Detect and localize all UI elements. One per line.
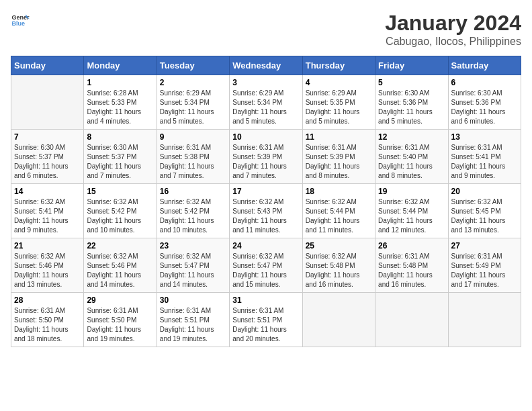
calendar-cell: 26Sunrise: 6:31 AMSunset: 5:48 PMDayligh…: [375, 238, 448, 293]
day-info: Sunrise: 6:32 AMSunset: 5:42 PMDaylight:…: [160, 197, 226, 235]
calendar-cell: 31Sunrise: 6:31 AMSunset: 5:51 PMDayligh…: [230, 293, 302, 347]
day-number: 21: [14, 241, 81, 250]
calendar-cell: 3Sunrise: 6:29 AMSunset: 5:34 PMDaylight…: [230, 75, 302, 130]
day-info: Sunrise: 6:32 AMSunset: 5:41 PMDaylight:…: [14, 197, 81, 235]
calendar-cell: 29Sunrise: 6:31 AMSunset: 5:50 PMDayligh…: [84, 293, 157, 347]
weekday-header-sunday: Sunday: [11, 56, 84, 75]
calendar-cell: 21Sunrise: 6:32 AMSunset: 5:46 PMDayligh…: [11, 238, 84, 293]
calendar-cell: 17Sunrise: 6:32 AMSunset: 5:43 PMDayligh…: [230, 184, 302, 238]
calendar-cell: 28Sunrise: 6:31 AMSunset: 5:50 PMDayligh…: [11, 293, 84, 347]
day-number: 20: [451, 187, 518, 196]
calendar-cell: 8Sunrise: 6:30 AMSunset: 5:37 PMDaylight…: [84, 130, 157, 184]
calendar-cell: [302, 293, 375, 347]
day-number: 18: [306, 187, 372, 196]
day-number: 7: [14, 132, 81, 142]
day-info: Sunrise: 6:31 AMSunset: 5:40 PMDaylight:…: [378, 143, 445, 181]
day-info: Sunrise: 6:31 AMSunset: 5:41 PMDaylight:…: [451, 143, 518, 181]
day-number: 9: [160, 132, 226, 142]
day-info: Sunrise: 6:29 AMSunset: 5:34 PMDaylight:…: [160, 89, 226, 126]
weekday-header-thursday: Thursday: [302, 56, 375, 75]
calendar-cell: 6Sunrise: 6:30 AMSunset: 5:36 PMDaylight…: [448, 75, 521, 130]
calendar-week-2: 7Sunrise: 6:30 AMSunset: 5:37 PMDaylight…: [11, 130, 521, 184]
calendar-week-4: 21Sunrise: 6:32 AMSunset: 5:46 PMDayligh…: [11, 238, 521, 293]
logo: General Blue: [11, 11, 30, 30]
day-info: Sunrise: 6:32 AMSunset: 5:48 PMDaylight:…: [306, 252, 372, 289]
calendar-week-1: 1Sunrise: 6:28 AMSunset: 5:33 PMDaylight…: [11, 75, 521, 130]
day-number: 29: [87, 295, 153, 305]
day-number: 31: [232, 295, 299, 305]
day-number: 15: [87, 187, 153, 196]
weekday-header-tuesday: Tuesday: [157, 56, 229, 75]
day-number: 17: [232, 187, 299, 196]
calendar-cell: [11, 75, 84, 130]
day-number: 27: [451, 241, 518, 250]
day-number: 16: [160, 187, 226, 196]
day-info: Sunrise: 6:31 AMSunset: 5:39 PMDaylight:…: [232, 143, 299, 181]
calendar-cell: 14Sunrise: 6:32 AMSunset: 5:41 PMDayligh…: [11, 184, 84, 238]
calendar-cell: 25Sunrise: 6:32 AMSunset: 5:48 PMDayligh…: [302, 238, 375, 293]
day-info: Sunrise: 6:31 AMSunset: 5:50 PMDaylight:…: [14, 306, 81, 344]
calendar-cell: 16Sunrise: 6:32 AMSunset: 5:42 PMDayligh…: [157, 184, 229, 238]
day-info: Sunrise: 6:31 AMSunset: 5:51 PMDaylight:…: [160, 306, 226, 344]
day-number: 10: [232, 132, 299, 142]
day-number: 2: [160, 78, 226, 87]
day-number: 26: [378, 241, 445, 250]
calendar-cell: 1Sunrise: 6:28 AMSunset: 5:33 PMDaylight…: [84, 75, 157, 130]
day-number: 8: [87, 132, 153, 142]
calendar-cell: 12Sunrise: 6:31 AMSunset: 5:40 PMDayligh…: [375, 130, 448, 184]
calendar-cell: 19Sunrise: 6:32 AMSunset: 5:44 PMDayligh…: [375, 184, 448, 238]
calendar-cell: 7Sunrise: 6:30 AMSunset: 5:37 PMDaylight…: [11, 130, 84, 184]
day-info: Sunrise: 6:32 AMSunset: 5:45 PMDaylight:…: [451, 197, 518, 235]
day-number: 28: [14, 295, 81, 305]
calendar-cell: 24Sunrise: 6:32 AMSunset: 5:47 PMDayligh…: [230, 238, 302, 293]
header: General Blue January 2024 Cabugao, Iloco…: [11, 11, 521, 48]
day-number: 23: [160, 241, 226, 250]
calendar-table: SundayMondayTuesdayWednesdayThursdayFrid…: [11, 56, 521, 347]
day-info: Sunrise: 6:32 AMSunset: 5:44 PMDaylight:…: [378, 197, 445, 235]
day-number: 6: [451, 78, 518, 87]
day-number: 4: [306, 78, 372, 87]
day-info: Sunrise: 6:32 AMSunset: 5:43 PMDaylight:…: [232, 197, 299, 235]
day-info: Sunrise: 6:32 AMSunset: 5:47 PMDaylight:…: [160, 252, 226, 289]
day-info: Sunrise: 6:31 AMSunset: 5:49 PMDaylight:…: [451, 252, 518, 289]
day-info: Sunrise: 6:28 AMSunset: 5:33 PMDaylight:…: [87, 89, 153, 126]
day-info: Sunrise: 6:30 AMSunset: 5:37 PMDaylight:…: [87, 143, 153, 181]
day-info: Sunrise: 6:31 AMSunset: 5:38 PMDaylight:…: [160, 143, 226, 181]
weekday-header-monday: Monday: [84, 56, 157, 75]
day-number: 11: [306, 132, 372, 142]
calendar-cell: 13Sunrise: 6:31 AMSunset: 5:41 PMDayligh…: [448, 130, 521, 184]
calendar-cell: 15Sunrise: 6:32 AMSunset: 5:42 PMDayligh…: [84, 184, 157, 238]
day-info: Sunrise: 6:32 AMSunset: 5:46 PMDaylight:…: [87, 252, 153, 289]
weekday-header-friday: Friday: [375, 56, 448, 75]
day-info: Sunrise: 6:29 AMSunset: 5:34 PMDaylight:…: [232, 89, 299, 126]
day-info: Sunrise: 6:31 AMSunset: 5:51 PMDaylight:…: [232, 306, 299, 344]
day-info: Sunrise: 6:31 AMSunset: 5:48 PMDaylight:…: [378, 252, 445, 289]
day-number: 24: [232, 241, 299, 250]
day-info: Sunrise: 6:32 AMSunset: 5:46 PMDaylight:…: [14, 252, 81, 289]
calendar-cell: 23Sunrise: 6:32 AMSunset: 5:47 PMDayligh…: [157, 238, 229, 293]
calendar-week-5: 28Sunrise: 6:31 AMSunset: 5:50 PMDayligh…: [11, 293, 521, 347]
svg-text:Blue: Blue: [11, 20, 25, 27]
day-info: Sunrise: 6:31 AMSunset: 5:50 PMDaylight:…: [87, 306, 153, 344]
calendar-cell: 20Sunrise: 6:32 AMSunset: 5:45 PMDayligh…: [448, 184, 521, 238]
day-info: Sunrise: 6:32 AMSunset: 5:44 PMDaylight:…: [306, 197, 372, 235]
day-number: 12: [378, 132, 445, 142]
calendar-cell: 22Sunrise: 6:32 AMSunset: 5:46 PMDayligh…: [84, 238, 157, 293]
day-number: 3: [232, 78, 299, 87]
calendar-week-3: 14Sunrise: 6:32 AMSunset: 5:41 PMDayligh…: [11, 184, 521, 238]
day-info: Sunrise: 6:30 AMSunset: 5:36 PMDaylight:…: [378, 89, 445, 126]
calendar-cell: 2Sunrise: 6:29 AMSunset: 5:34 PMDaylight…: [157, 75, 229, 130]
day-info: Sunrise: 6:32 AMSunset: 5:47 PMDaylight:…: [232, 252, 299, 289]
day-number: 14: [14, 187, 81, 196]
day-number: 5: [378, 78, 445, 87]
day-info: Sunrise: 6:32 AMSunset: 5:42 PMDaylight:…: [87, 197, 153, 235]
main-title: January 2024: [385, 11, 521, 36]
day-info: Sunrise: 6:29 AMSunset: 5:35 PMDaylight:…: [306, 89, 372, 126]
calendar-cell: 9Sunrise: 6:31 AMSunset: 5:38 PMDaylight…: [157, 130, 229, 184]
calendar-cell: 18Sunrise: 6:32 AMSunset: 5:44 PMDayligh…: [302, 184, 375, 238]
calendar-cell: 10Sunrise: 6:31 AMSunset: 5:39 PMDayligh…: [230, 130, 302, 184]
day-info: Sunrise: 6:30 AMSunset: 5:37 PMDaylight:…: [14, 143, 81, 181]
weekday-header-saturday: Saturday: [448, 56, 521, 75]
calendar-cell: 11Sunrise: 6:31 AMSunset: 5:39 PMDayligh…: [302, 130, 375, 184]
day-info: Sunrise: 6:30 AMSunset: 5:36 PMDaylight:…: [451, 89, 518, 126]
